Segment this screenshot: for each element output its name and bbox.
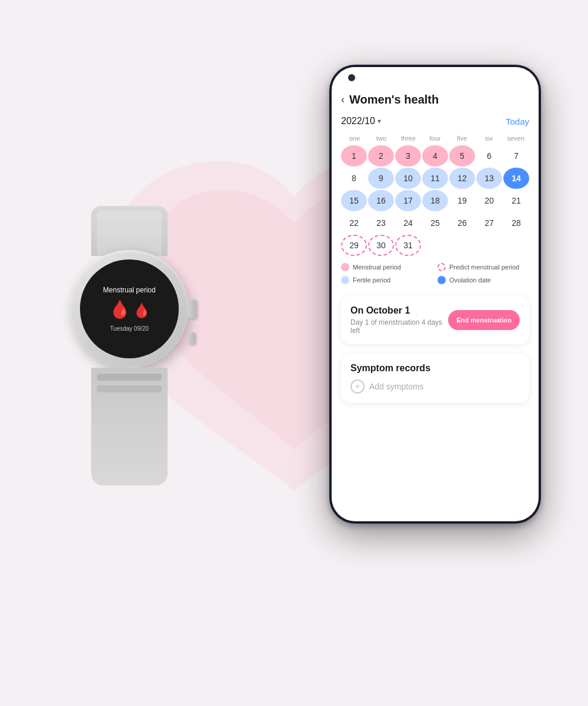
cal-day-31[interactable]: 31 [395,235,421,256]
watch-drops: 🩸 🩸 [109,299,151,319]
cal-day-empty-3 [476,235,502,256]
current-date: 2022/10 [341,116,375,126]
today-button[interactable]: Today [506,116,529,126]
watch-screen: Menstrual period 🩸 🩸 Tuesday 09/20 [80,259,179,358]
cal-day-9[interactable]: 9 [368,168,394,189]
cal-day-20[interactable]: 20 [476,190,502,211]
watch-crown-small [188,332,195,344]
cal-day-5[interactable]: 5 [449,145,475,166]
app-content: ‹ Women's health 2022/10 ▾ Today one two [332,88,539,521]
watch-case: Menstrual period 🩸 🩸 Tuesday 09/20 [71,250,188,368]
watch-title: Menstrual period [103,286,155,294]
cal-day-28[interactable]: 28 [503,212,529,234]
info-card-text: On October 1 Day 1 of menstruation 4 day… [350,305,448,335]
legend-predicted-dot [437,263,446,271]
cal-day-6[interactable]: 6 [476,145,502,166]
symptom-card-title: Symptom records [350,363,520,374]
legend-fertile-label: Fertile period [353,277,390,284]
legend-menstrual-label: Menstrual period [353,264,401,271]
smartwatch: Menstrual period 🩸 🩸 Tuesday 09/20 [47,200,212,530]
cal-day-26[interactable]: 26 [449,212,475,234]
phone-notch-bar [332,67,539,88]
watch-crown-main [188,299,196,318]
calendar-header: one two three four five six seven [341,134,529,143]
cal-header-four: four [422,134,449,143]
phone-screen: ‹ Women's health 2022/10 ▾ Today one two [332,67,539,521]
cal-day-3[interactable]: 3 [395,145,421,166]
symptom-card: Symptom records + Add symptoms [341,354,529,403]
cal-day-12[interactable]: 12 [449,168,475,189]
app-title: Women's health [349,93,439,106]
smartphone: ‹ Women's health 2022/10 ▾ Today one two [329,65,553,665]
info-card: On October 1 Day 1 of menstruation 4 day… [341,296,529,344]
cal-header-three: three [395,134,422,143]
legend-menstrual-dot [341,263,349,271]
cal-day-22[interactable]: 22 [341,212,367,234]
cal-day-23[interactable]: 23 [368,212,394,234]
legend-fertile-dot [341,276,349,284]
info-card-subtitle: Day 1 of menstruation 4 days left [350,318,448,335]
app-header: ‹ Women's health [341,88,529,114]
cal-day-24[interactable]: 24 [395,212,421,234]
dropdown-arrow-icon: ▾ [377,117,381,125]
phone-camera [348,74,355,81]
cal-day-16[interactable]: 16 [368,190,394,211]
calendar-legend: Menstrual period Predict menstrual perio… [341,256,529,291]
info-card-title: On October 1 [350,305,448,316]
cal-day-15[interactable]: 15 [341,190,367,211]
cal-day-17[interactable]: 17 [395,190,421,211]
cal-header-five: five [449,134,476,143]
cal-day-1[interactable]: 1 [341,145,367,166]
cal-day-4[interactable]: 4 [422,145,448,166]
add-symptom-icon: + [350,379,365,394]
cal-header-six: six [476,134,503,143]
cal-day-empty-2 [449,235,475,256]
cal-day-empty-1 [422,235,448,256]
add-symptom-label: Add symptoms [369,382,424,391]
back-button[interactable]: ‹ [341,94,345,106]
legend-fertile: Fertile period [341,276,433,284]
legend-menstrual: Menstrual period [341,263,433,271]
date-display[interactable]: 2022/10 ▾ [341,116,381,126]
cal-day-21[interactable]: 21 [503,190,529,211]
cal-day-25[interactable]: 25 [422,212,448,234]
cal-day-10[interactable]: 10 [395,168,421,189]
legend-predicted: Predict menstrual period [437,263,529,271]
cal-day-11[interactable]: 11 [422,168,448,189]
phone-body: ‹ Women's health 2022/10 ▾ Today one two [329,65,541,524]
watch-strap-bottom [91,368,168,485]
legend-ovulation-label: Ovulation date [449,277,491,284]
cal-day-8[interactable]: 8 [341,168,367,189]
cal-header-two: two [368,134,395,143]
add-symptom-button[interactable]: + Add symptoms [350,379,520,394]
cal-day-18[interactable]: 18 [422,190,448,211]
cal-day-30[interactable]: 30 [368,235,394,256]
cal-header-seven: seven [502,134,529,143]
legend-ovulation: Ovulation date [437,276,529,284]
cal-day-29[interactable]: 29 [341,235,367,256]
cal-day-13[interactable]: 13 [476,168,502,189]
cal-day-27[interactable]: 27 [476,212,502,234]
watch-strap-top [91,206,168,256]
legend-predicted-label: Predict menstrual period [449,264,519,271]
calendar-grid: 1 2 3 4 5 6 7 8 9 10 11 12 13 1 [341,145,529,256]
cal-day-7[interactable]: 7 [503,145,529,166]
cal-header-one: one [341,134,368,143]
cal-day-14[interactable]: 14 [503,168,529,189]
legend-ovulation-dot [437,276,446,284]
calendar: one two three four five six seven 1 2 3 … [341,134,529,256]
cal-day-2[interactable]: 2 [368,145,394,166]
date-nav: 2022/10 ▾ Today [341,114,529,134]
cal-day-empty-4 [503,235,529,256]
cal-day-19[interactable]: 19 [449,190,475,211]
end-menstruation-button[interactable]: End menstruation [448,310,520,330]
watch-date: Tuesday 09/20 [110,325,149,332]
